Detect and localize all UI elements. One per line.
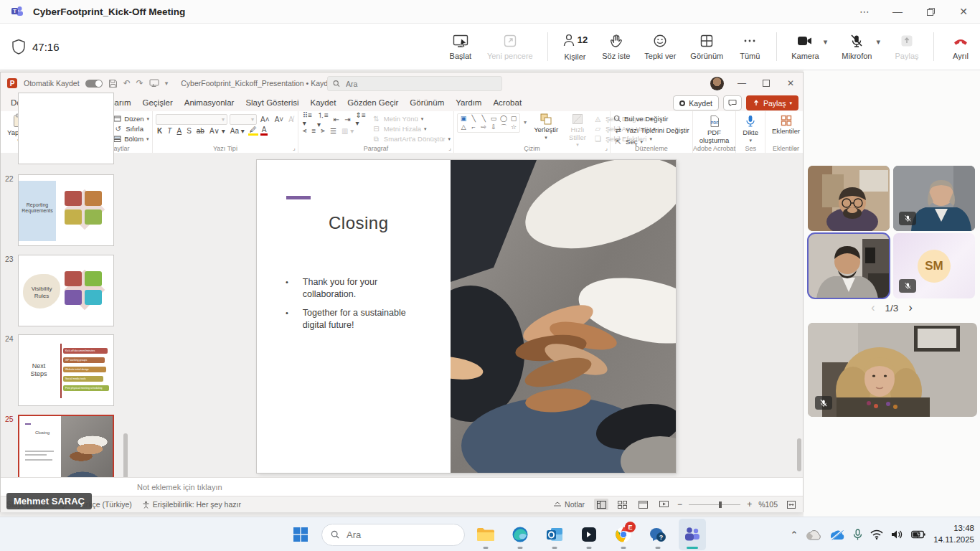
participant-video-large[interactable] xyxy=(808,323,977,417)
highlight-color-button[interactable]: 🖉 xyxy=(248,126,258,136)
align-text-button[interactable]: ⊟ Metni Hizala ▾ xyxy=(372,124,451,133)
slide-photo-hands[interactable] xyxy=(451,160,676,473)
onedrive-paused-icon[interactable] xyxy=(829,529,845,540)
thumbnail-slide-23[interactable]: Visibility Rules xyxy=(18,255,114,326)
participant-video-1[interactable] xyxy=(808,166,890,231)
arrange-button[interactable]: Yerleştir▾ xyxy=(530,113,562,141)
numbered-list-button[interactable]: ⒈≡ ▾ xyxy=(316,110,330,128)
camera-options-chevron[interactable]: ▾ xyxy=(824,37,828,47)
bullet-list-button[interactable]: ⠿≡ ▾ xyxy=(301,111,314,127)
justify-button[interactable]: ☰ xyxy=(329,127,338,135)
zoom-slider-thumb[interactable] xyxy=(719,501,722,508)
zoom-out-button[interactable]: − xyxy=(677,499,682,509)
shape-line-icon[interactable]: ╲ xyxy=(470,115,477,123)
window-restore-button[interactable] xyxy=(914,0,947,23)
ppt-share-button[interactable]: Paylaş▾ xyxy=(746,95,798,110)
find-replace-button[interactable]: Bul ve Değiştir xyxy=(613,114,689,123)
create-pdf-button[interactable]: PDF PDF oluşturma xyxy=(696,113,733,146)
battery-icon[interactable] xyxy=(911,530,925,539)
columns-button[interactable]: ▥ ▾ xyxy=(340,127,355,135)
collapse-ribbon-chevron[interactable]: ⌄ xyxy=(793,144,798,151)
start-presenting-button[interactable]: Başlat xyxy=(448,34,473,60)
reset-button[interactable]: ↺ Sıfırla xyxy=(113,124,149,133)
font-size-combobox[interactable]: ▾ xyxy=(230,114,257,125)
strikethrough-button[interactable]: ab xyxy=(195,127,206,135)
leave-button[interactable]: Ayrıl xyxy=(948,34,973,60)
undo-icon[interactable]: ↶ xyxy=(123,78,131,88)
drawing-dialog-launcher[interactable]: ⌟ xyxy=(605,145,608,151)
notes-toggle-button[interactable]: Notlar xyxy=(553,500,585,509)
comments-button[interactable] xyxy=(723,95,742,110)
participant-video-2[interactable] xyxy=(893,166,975,231)
chrome-icon[interactable]: E xyxy=(610,519,637,550)
slide-sorter-view-button[interactable] xyxy=(615,499,629,510)
slide-bullet-list[interactable]: • Thank you for your collaboration. • To… xyxy=(286,276,422,338)
window-close-button[interactable]: ✕ xyxy=(947,0,980,23)
paragraph-dialog-launcher[interactable]: ⌟ xyxy=(448,145,451,151)
ppt-search-input[interactable] xyxy=(344,79,496,89)
zoom-slider[interactable] xyxy=(689,504,740,505)
shape-star-icon[interactable]: ☆ xyxy=(510,123,517,131)
thumbnail-slide-24[interactable]: Next Steps Kick-off document/minutes WP … xyxy=(18,334,114,406)
font-dialog-launcher[interactable]: ⌟ xyxy=(293,145,296,151)
taskbar-search-box[interactable] xyxy=(321,524,465,546)
editor-scrollbar-thumb[interactable] xyxy=(797,438,801,471)
tab-yardim[interactable]: Yardım xyxy=(450,95,487,111)
shape-arrow-down-icon[interactable]: ⇩ xyxy=(490,123,497,131)
tab-gecisler[interactable]: Geçişler xyxy=(137,95,179,111)
fit-slide-to-window-button[interactable] xyxy=(784,499,798,510)
font-name-combobox[interactable]: ▾ xyxy=(156,114,227,125)
thumbnail-slide-25-selected[interactable]: Closing xyxy=(18,415,114,486)
dictate-button[interactable]: Dikte▾ xyxy=(739,113,762,143)
camera-button[interactable]: Kamera xyxy=(791,34,819,60)
slide-canvas[interactable]: Closing • Thank you for your collaborati… xyxy=(257,160,676,473)
raise-hand-button[interactable]: Söz iste xyxy=(602,34,630,60)
dev-app-icon[interactable] xyxy=(575,519,603,550)
get-help-icon[interactable]: ? xyxy=(644,519,672,550)
window-more-button[interactable]: ⋯ xyxy=(848,0,881,23)
align-left-button[interactable]: ⫷ xyxy=(301,126,308,135)
line-spacing-button[interactable]: ⇕≡ ▾ xyxy=(354,111,367,127)
participant-video-3-active-speaker[interactable] xyxy=(808,233,890,298)
mic-button[interactable]: Mikrofon xyxy=(842,34,872,60)
shape-arrow-icon[interactable]: ╲ xyxy=(480,115,487,123)
start-button[interactable] xyxy=(287,519,314,550)
zoom-level[interactable]: %105 xyxy=(758,500,778,509)
pagination-next-chevron[interactable]: › xyxy=(908,301,912,314)
reading-view-button[interactable] xyxy=(636,499,650,510)
clear-formatting-button[interactable]: A̸ xyxy=(287,116,295,123)
taskbar-search-input[interactable] xyxy=(345,529,456,541)
align-right-button[interactable]: ⫸ xyxy=(319,126,326,135)
tab-gozden-gecir[interactable]: Gözden Geçir xyxy=(341,95,404,111)
shape-triangle-icon[interactable]: △ xyxy=(460,123,467,131)
taskbar-clock[interactable]: 13:48 14.11.2025 xyxy=(933,523,974,545)
shrink-font-button[interactable]: A˅ xyxy=(273,116,286,123)
addins-button[interactable]: Eklentiler xyxy=(768,113,804,137)
replace-fonts-button[interactable]: ⇄ Yazı Tiplerini Değiştir xyxy=(613,126,689,135)
tab-gorunum[interactable]: Görünüm xyxy=(404,95,450,111)
shape-gallery[interactable]: ▣ ╲ ╲ ▭ ◯ ▢ △ ⌐ ⇨ ⇩ ⌒ xyxy=(457,113,520,133)
more-actions-button[interactable]: Tümü xyxy=(738,34,762,60)
thumbnail-slide-22[interactable]: Reporting Requirements xyxy=(18,174,114,246)
character-spacing-button[interactable]: A∨ ▾ xyxy=(208,127,227,135)
font-color-button[interactable]: A xyxy=(260,126,268,136)
convert-smartart-button[interactable]: ⧉ SmartArt'a Dönüştür ▾ xyxy=(372,134,451,143)
normal-view-button[interactable] xyxy=(594,499,608,510)
grow-font-button[interactable]: A˄ xyxy=(259,116,271,123)
outlook-icon[interactable] xyxy=(541,519,568,550)
section-button[interactable]: Bölüm ▾ xyxy=(113,134,149,143)
start-slideshow-icon[interactable] xyxy=(149,79,159,88)
slide-title[interactable]: Closing xyxy=(329,213,389,233)
indent-button[interactable]: ⇥ xyxy=(343,116,352,123)
qat-customize-chevron[interactable]: ▾ xyxy=(165,80,169,87)
save-icon[interactable] xyxy=(108,79,118,88)
shadow-button[interactable]: S xyxy=(185,127,193,135)
tab-animasyonlar[interactable]: Animasyonlar xyxy=(179,95,240,111)
pagination-prev-chevron[interactable]: ‹ xyxy=(871,301,875,314)
align-center-button[interactable]: ≡ xyxy=(310,127,317,135)
shape-curve-icon[interactable]: ⌒ xyxy=(500,123,507,131)
new-window-button[interactable]: Yeni pencere xyxy=(487,34,533,60)
underline-button[interactable]: A xyxy=(175,127,183,135)
tray-mic-icon[interactable] xyxy=(853,529,862,541)
tab-kaydet[interactable]: Kaydet xyxy=(305,95,342,111)
